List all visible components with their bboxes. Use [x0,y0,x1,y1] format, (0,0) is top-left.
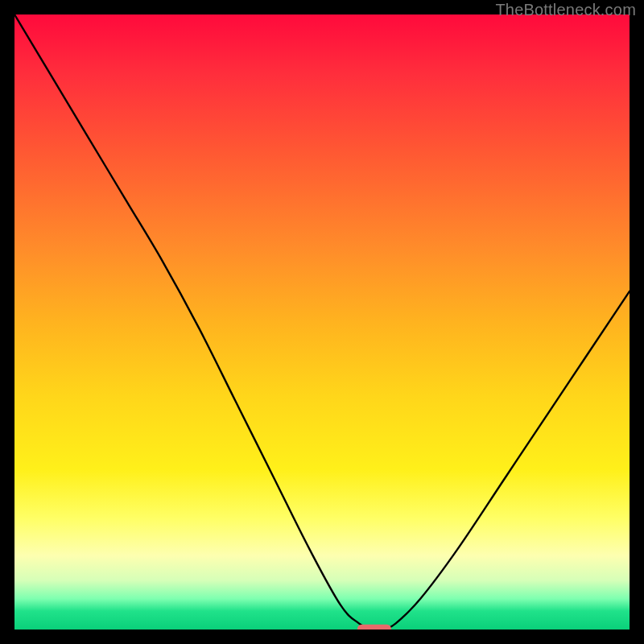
min-marker [357,625,391,630]
chart-frame: TheBottleneck.com [0,0,644,644]
watermark-text: TheBottleneck.com [495,1,636,19]
bottleneck-curve-svg [14,14,630,630]
plot-area [14,14,630,630]
bottleneck-curve [14,14,630,630]
